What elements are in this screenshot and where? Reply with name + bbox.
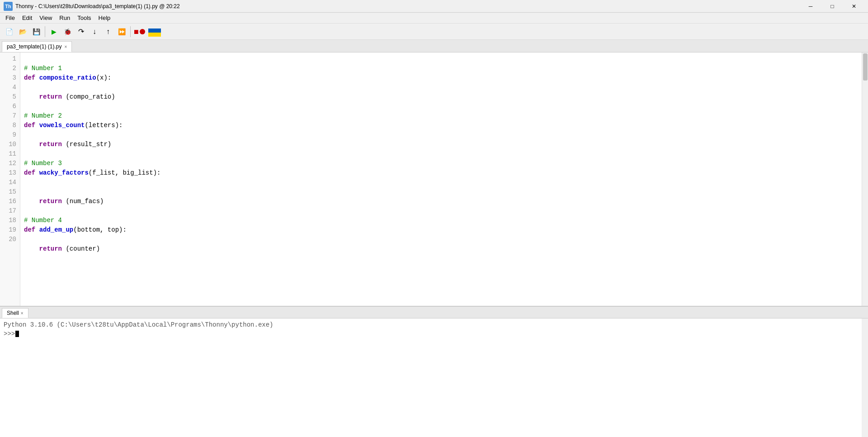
new-file-button[interactable] <box>3 25 15 38</box>
menu-file[interactable]: File <box>2 14 19 22</box>
shell-prompt-line: >>> <box>4 330 858 337</box>
menu-edit[interactable]: Edit <box>19 14 36 22</box>
tab-label: pa3_template(1) (1).py <box>7 43 61 50</box>
tab-close-button[interactable]: × <box>64 44 67 49</box>
menu-run[interactable]: Run <box>56 14 74 22</box>
menu-tools[interactable]: Tools <box>74 14 94 22</box>
editor-area: 1 2 3 4 5 6 7 8 9 10 11 12 13 14 15 16 1… <box>0 52 868 437</box>
shell-tab[interactable]: Shell × <box>2 308 28 318</box>
minimize-button[interactable]: ─ <box>800 0 821 13</box>
code-editor[interactable]: 1 2 3 4 5 6 7 8 9 10 11 12 13 14 15 16 1… <box>0 52 868 306</box>
menu-help[interactable]: Help <box>95 14 114 22</box>
app-icon: Th <box>4 2 13 11</box>
toolbar-separator-1 <box>45 26 45 37</box>
shell-tab-label: Shell <box>7 310 19 316</box>
stop-icon <box>139 28 146 35</box>
close-button[interactable]: ✕ <box>844 0 864 13</box>
resume-button[interactable] <box>115 25 128 38</box>
editor-scrollbar[interactable] <box>862 52 868 306</box>
toolbar-separator-2 <box>130 26 131 37</box>
shell-prompt: >>> <box>4 330 15 337</box>
stop-button[interactable] <box>133 25 146 38</box>
code-content[interactable]: # Number 1 def composite_ratio(x): retur… <box>20 52 862 306</box>
shell-python-version: Python 3.10.6 (C:\Users\t28tu\AppData\Lo… <box>4 321 858 328</box>
title-bar-left: Th Thonny - C:\Users\t28tu\Downloads\pa3… <box>4 2 180 11</box>
shell-panel-inner: Python 3.10.6 (C:\Users\t28tu\AppData\Lo… <box>0 318 868 437</box>
shell-content[interactable]: Python 3.10.6 (C:\Users\t28tu\AppData\Lo… <box>0 318 862 437</box>
menu-view[interactable]: View <box>36 14 56 22</box>
tab-bar: pa3_template(1) (1).py × <box>0 40 868 52</box>
ukraine-flag <box>148 26 161 37</box>
save-file-button[interactable] <box>30 25 42 38</box>
maximize-button[interactable]: □ <box>822 0 843 13</box>
toolbar <box>0 24 868 40</box>
step-into-button[interactable] <box>88 25 101 38</box>
menu-bar: File Edit View Run Tools Help <box>0 13 868 24</box>
shell-cursor <box>15 331 19 337</box>
title-bar: Th Thonny - C:\Users\t28tu\Downloads\pa3… <box>0 0 868 13</box>
step-out-button[interactable] <box>102 25 114 38</box>
step-over-button[interactable] <box>75 25 87 38</box>
shell-panel: Shell × Python 3.10.6 (C:\Users\t28tu\Ap… <box>0 306 868 437</box>
svg-point-0 <box>140 29 145 34</box>
open-file-button[interactable] <box>16 25 29 38</box>
run-button[interactable] <box>47 25 60 38</box>
scrollbar-thumb[interactable] <box>863 53 868 81</box>
title-bar-title: Thonny - C:\Users\t28tu\Downloads\pa3_te… <box>15 3 180 10</box>
shell-tab-close-button[interactable]: × <box>21 311 24 316</box>
title-bar-controls: ─ □ ✕ <box>800 0 864 13</box>
debug-button[interactable] <box>61 25 74 38</box>
shell-tab-bar: Shell × <box>0 307 868 318</box>
line-numbers: 1 2 3 4 5 6 7 8 9 10 11 12 13 14 15 16 1… <box>0 52 20 306</box>
editor-tab[interactable]: pa3_template(1) (1).py × <box>2 41 72 52</box>
shell-scrollbar[interactable] <box>862 318 868 437</box>
